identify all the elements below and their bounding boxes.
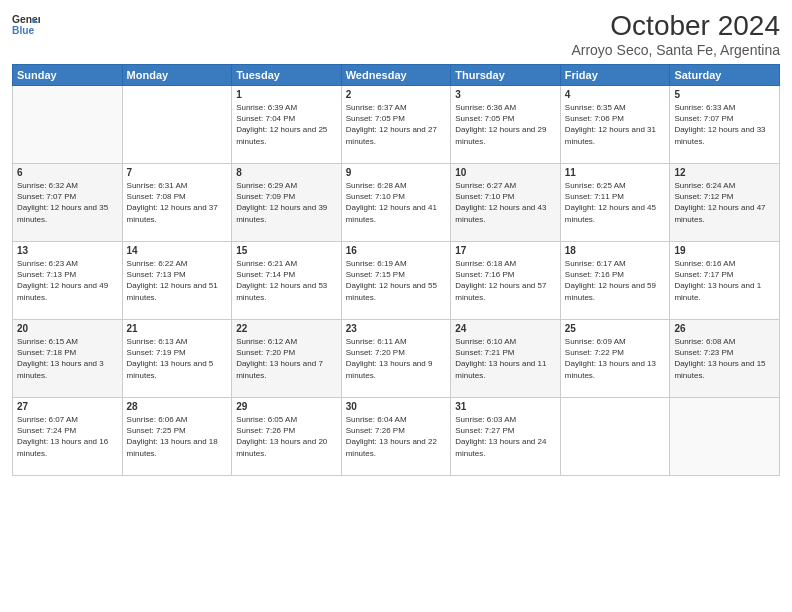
- table-row: [13, 86, 123, 164]
- day-number: 2: [346, 89, 447, 100]
- day-number: 12: [674, 167, 775, 178]
- table-row: 18Sunrise: 6:17 AM Sunset: 7:16 PM Dayli…: [560, 242, 670, 320]
- table-row: 15Sunrise: 6:21 AM Sunset: 7:14 PM Dayli…: [232, 242, 342, 320]
- calendar-week-row: 27Sunrise: 6:07 AM Sunset: 7:24 PM Dayli…: [13, 398, 780, 476]
- table-row: 21Sunrise: 6:13 AM Sunset: 7:19 PM Dayli…: [122, 320, 232, 398]
- day-number: 17: [455, 245, 556, 256]
- day-number: 25: [565, 323, 666, 334]
- day-info: Sunrise: 6:28 AM Sunset: 7:10 PM Dayligh…: [346, 180, 447, 225]
- day-number: 11: [565, 167, 666, 178]
- table-row: 11Sunrise: 6:25 AM Sunset: 7:11 PM Dayli…: [560, 164, 670, 242]
- day-info: Sunrise: 6:22 AM Sunset: 7:13 PM Dayligh…: [127, 258, 228, 303]
- day-number: 6: [17, 167, 118, 178]
- table-row: 24Sunrise: 6:10 AM Sunset: 7:21 PM Dayli…: [451, 320, 561, 398]
- header-sunday: Sunday: [13, 65, 123, 86]
- day-number: 27: [17, 401, 118, 412]
- table-row: 17Sunrise: 6:18 AM Sunset: 7:16 PM Dayli…: [451, 242, 561, 320]
- day-info: Sunrise: 6:39 AM Sunset: 7:04 PM Dayligh…: [236, 102, 337, 147]
- header-monday: Monday: [122, 65, 232, 86]
- day-number: 14: [127, 245, 228, 256]
- calendar-table: Sunday Monday Tuesday Wednesday Thursday…: [12, 64, 780, 476]
- day-info: Sunrise: 6:03 AM Sunset: 7:27 PM Dayligh…: [455, 414, 556, 459]
- day-number: 13: [17, 245, 118, 256]
- day-info: Sunrise: 6:35 AM Sunset: 7:06 PM Dayligh…: [565, 102, 666, 147]
- day-info: Sunrise: 6:36 AM Sunset: 7:05 PM Dayligh…: [455, 102, 556, 147]
- day-info: Sunrise: 6:31 AM Sunset: 7:08 PM Dayligh…: [127, 180, 228, 225]
- header-saturday: Saturday: [670, 65, 780, 86]
- table-row: 9Sunrise: 6:28 AM Sunset: 7:10 PM Daylig…: [341, 164, 451, 242]
- table-row: 4Sunrise: 6:35 AM Sunset: 7:06 PM Daylig…: [560, 86, 670, 164]
- table-row: 31Sunrise: 6:03 AM Sunset: 7:27 PM Dayli…: [451, 398, 561, 476]
- table-row: 19Sunrise: 6:16 AM Sunset: 7:17 PM Dayli…: [670, 242, 780, 320]
- day-number: 16: [346, 245, 447, 256]
- day-info: Sunrise: 6:05 AM Sunset: 7:26 PM Dayligh…: [236, 414, 337, 459]
- header-tuesday: Tuesday: [232, 65, 342, 86]
- table-row: 6Sunrise: 6:32 AM Sunset: 7:07 PM Daylig…: [13, 164, 123, 242]
- day-info: Sunrise: 6:09 AM Sunset: 7:22 PM Dayligh…: [565, 336, 666, 381]
- table-row: 29Sunrise: 6:05 AM Sunset: 7:26 PM Dayli…: [232, 398, 342, 476]
- table-row: 23Sunrise: 6:11 AM Sunset: 7:20 PM Dayli…: [341, 320, 451, 398]
- day-info: Sunrise: 6:08 AM Sunset: 7:23 PM Dayligh…: [674, 336, 775, 381]
- day-number: 3: [455, 89, 556, 100]
- svg-text:Blue: Blue: [12, 25, 35, 36]
- table-row: [560, 398, 670, 476]
- table-row: 3Sunrise: 6:36 AM Sunset: 7:05 PM Daylig…: [451, 86, 561, 164]
- day-number: 31: [455, 401, 556, 412]
- day-number: 18: [565, 245, 666, 256]
- day-number: 30: [346, 401, 447, 412]
- day-number: 4: [565, 89, 666, 100]
- day-number: 9: [346, 167, 447, 178]
- table-row: 10Sunrise: 6:27 AM Sunset: 7:10 PM Dayli…: [451, 164, 561, 242]
- table-row: 22Sunrise: 6:12 AM Sunset: 7:20 PM Dayli…: [232, 320, 342, 398]
- day-info: Sunrise: 6:10 AM Sunset: 7:21 PM Dayligh…: [455, 336, 556, 381]
- day-info: Sunrise: 6:21 AM Sunset: 7:14 PM Dayligh…: [236, 258, 337, 303]
- header: General Blue October 2024 Arroyo Seco, S…: [12, 10, 780, 58]
- day-info: Sunrise: 6:32 AM Sunset: 7:07 PM Dayligh…: [17, 180, 118, 225]
- page: General Blue October 2024 Arroyo Seco, S…: [0, 0, 792, 612]
- day-number: 5: [674, 89, 775, 100]
- day-number: 10: [455, 167, 556, 178]
- day-number: 24: [455, 323, 556, 334]
- table-row: [670, 398, 780, 476]
- day-info: Sunrise: 6:18 AM Sunset: 7:16 PM Dayligh…: [455, 258, 556, 303]
- day-number: 21: [127, 323, 228, 334]
- day-info: Sunrise: 6:16 AM Sunset: 7:17 PM Dayligh…: [674, 258, 775, 303]
- day-info: Sunrise: 6:33 AM Sunset: 7:07 PM Dayligh…: [674, 102, 775, 147]
- day-info: Sunrise: 6:11 AM Sunset: 7:20 PM Dayligh…: [346, 336, 447, 381]
- day-info: Sunrise: 6:29 AM Sunset: 7:09 PM Dayligh…: [236, 180, 337, 225]
- day-info: Sunrise: 6:17 AM Sunset: 7:16 PM Dayligh…: [565, 258, 666, 303]
- table-row: 12Sunrise: 6:24 AM Sunset: 7:12 PM Dayli…: [670, 164, 780, 242]
- month-title: October 2024: [571, 10, 780, 42]
- table-row: 28Sunrise: 6:06 AM Sunset: 7:25 PM Dayli…: [122, 398, 232, 476]
- calendar-week-row: 1Sunrise: 6:39 AM Sunset: 7:04 PM Daylig…: [13, 86, 780, 164]
- day-info: Sunrise: 6:37 AM Sunset: 7:05 PM Dayligh…: [346, 102, 447, 147]
- day-info: Sunrise: 6:12 AM Sunset: 7:20 PM Dayligh…: [236, 336, 337, 381]
- day-number: 15: [236, 245, 337, 256]
- day-info: Sunrise: 6:19 AM Sunset: 7:15 PM Dayligh…: [346, 258, 447, 303]
- calendar-header-row: Sunday Monday Tuesday Wednesday Thursday…: [13, 65, 780, 86]
- table-row: 20Sunrise: 6:15 AM Sunset: 7:18 PM Dayli…: [13, 320, 123, 398]
- table-row: 13Sunrise: 6:23 AM Sunset: 7:13 PM Dayli…: [13, 242, 123, 320]
- day-number: 28: [127, 401, 228, 412]
- day-info: Sunrise: 6:27 AM Sunset: 7:10 PM Dayligh…: [455, 180, 556, 225]
- table-row: 1Sunrise: 6:39 AM Sunset: 7:04 PM Daylig…: [232, 86, 342, 164]
- table-row: 5Sunrise: 6:33 AM Sunset: 7:07 PM Daylig…: [670, 86, 780, 164]
- day-info: Sunrise: 6:25 AM Sunset: 7:11 PM Dayligh…: [565, 180, 666, 225]
- day-number: 20: [17, 323, 118, 334]
- day-number: 1: [236, 89, 337, 100]
- table-row: 7Sunrise: 6:31 AM Sunset: 7:08 PM Daylig…: [122, 164, 232, 242]
- location-subtitle: Arroyo Seco, Santa Fe, Argentina: [571, 42, 780, 58]
- day-number: 7: [127, 167, 228, 178]
- header-thursday: Thursday: [451, 65, 561, 86]
- table-row: 25Sunrise: 6:09 AM Sunset: 7:22 PM Dayli…: [560, 320, 670, 398]
- svg-text:General: General: [12, 14, 40, 25]
- calendar-week-row: 6Sunrise: 6:32 AM Sunset: 7:07 PM Daylig…: [13, 164, 780, 242]
- table-row: [122, 86, 232, 164]
- day-info: Sunrise: 6:15 AM Sunset: 7:18 PM Dayligh…: [17, 336, 118, 381]
- day-info: Sunrise: 6:04 AM Sunset: 7:26 PM Dayligh…: [346, 414, 447, 459]
- day-number: 19: [674, 245, 775, 256]
- day-number: 8: [236, 167, 337, 178]
- day-number: 29: [236, 401, 337, 412]
- day-info: Sunrise: 6:06 AM Sunset: 7:25 PM Dayligh…: [127, 414, 228, 459]
- table-row: 14Sunrise: 6:22 AM Sunset: 7:13 PM Dayli…: [122, 242, 232, 320]
